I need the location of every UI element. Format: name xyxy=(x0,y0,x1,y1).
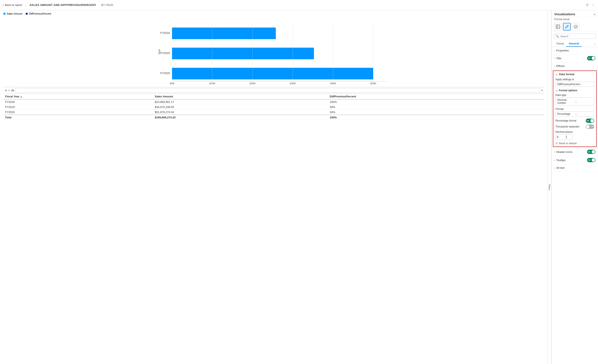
format-options-chevron: ⌄ xyxy=(556,89,557,92)
viz-panel: Visualizations « Format visual 🔍 Visu xyxy=(551,10,598,364)
viz-icon-analytics[interactable] xyxy=(572,23,580,31)
format-label: Format xyxy=(556,108,594,110)
cell-diff-0: 100% xyxy=(328,99,544,105)
legend-label-diff: DiffPreviousPercent xyxy=(29,12,51,15)
data-format-chevron-down: ⌄ xyxy=(556,73,558,76)
col-header-sales-amount[interactable]: Sales Amount xyxy=(153,94,328,99)
section-title[interactable]: › Title On xyxy=(552,54,598,62)
by-year-label: BY YEAR xyxy=(101,3,113,7)
decimal-places-row: Decimal places 0 ▲ ▼ xyxy=(556,131,594,140)
more-options-icon[interactable]: ··· xyxy=(591,2,596,8)
legend-label-sales: Sales Amount xyxy=(7,12,22,15)
section-data-format-expanded: ⌄ Data format Apply settings to DiffPrev… xyxy=(553,71,597,147)
tab-more-icon[interactable]: ··· xyxy=(593,42,596,46)
viz-panel-title: Visualizations xyxy=(554,12,575,16)
section-label-header-icons: Header icons xyxy=(556,150,573,154)
percentage-format-toggle[interactable]: On xyxy=(586,119,594,123)
back-to-report-button[interactable]: ‹ Back to report xyxy=(2,3,22,7)
section-alt-text[interactable]: › Alt text xyxy=(552,164,598,172)
viz-icon-pencil[interactable] xyxy=(563,23,571,31)
cell-total-sales: $109,809,274.20 xyxy=(153,115,328,120)
back-arrow-icon: ‹ xyxy=(2,3,4,7)
format-options-header[interactable]: ⌄ Format options xyxy=(556,89,594,92)
col-header-fiscal-year[interactable]: Fiscal Year ▲ xyxy=(3,94,153,99)
section-label-alt-text: Alt text xyxy=(556,166,565,169)
cell-total-label: Total xyxy=(3,115,153,120)
data-type-chevron: ⌄ xyxy=(575,100,592,103)
section-chevron-effects: › xyxy=(554,65,555,67)
search-input[interactable] xyxy=(560,35,594,38)
filters-sidebar[interactable]: Filters xyxy=(548,10,551,364)
legend-item-diff: DiffPreviousPercent xyxy=(26,12,51,15)
col-header-diff-pct[interactable]: DiffPreviousPercent xyxy=(328,94,544,99)
collapse-panel-button[interactable]: « xyxy=(594,12,596,16)
decimal-places-input-wrap: 0 ▲ ▼ xyxy=(556,134,572,140)
formula-dropdown-icon[interactable]: ▾ xyxy=(541,89,543,92)
section-effects[interactable]: › Effects xyxy=(552,62,598,70)
cell-year-1: FY2019 xyxy=(3,105,153,110)
viz-panel-icon-group: « xyxy=(594,12,596,16)
cell-sales-1: $34,070,108.50 xyxy=(153,105,328,110)
decimal-decrement[interactable]: ▼ xyxy=(565,137,567,139)
decimal-spinners: ▲ ▼ xyxy=(565,135,567,139)
main-layout: Sales Amount DiffPreviousPercent Year FY… xyxy=(0,10,598,364)
formula-fx-icon[interactable]: fx xyxy=(11,89,14,92)
section-label-tooltips: Tooltips xyxy=(556,159,565,162)
tab-group: Visual General ··· xyxy=(552,41,598,47)
format-visual-label: Format visual xyxy=(552,17,598,22)
filter-icon[interactable]: ▽ xyxy=(585,2,589,8)
format-value: Percentage xyxy=(557,112,575,116)
section-properties[interactable]: › Properties xyxy=(552,47,598,54)
thousands-separator-toggle[interactable]: Off xyxy=(586,124,594,129)
data-type-label: Data type xyxy=(556,94,594,97)
apply-settings-dropdown[interactable]: DiffPreviousPercent ⌄ xyxy=(556,82,594,87)
tab-visual[interactable]: Visual xyxy=(554,41,566,47)
chart-legend: Sales Amount DiffPreviousPercent xyxy=(3,12,544,15)
thousands-separator-row: Thousands separator Off xyxy=(556,124,594,129)
reset-to-default-row[interactable]: ↺ Reset to default xyxy=(556,142,594,145)
formula-input[interactable] xyxy=(15,88,540,93)
section-chevron-tooltips: › xyxy=(554,159,555,161)
format-dropdown[interactable]: Percentage ⌄ xyxy=(556,111,594,116)
section-label-title: Title xyxy=(556,57,561,60)
title-toggle[interactable]: On xyxy=(587,56,596,60)
data-table: Fiscal Year ▲ Sales Amount DiffPreviousP… xyxy=(3,94,544,120)
section-chevron-properties: › xyxy=(554,49,555,52)
format-row: Format Percentage ⌄ xyxy=(556,108,594,116)
back-to-report-label: Back to report xyxy=(5,3,22,7)
data-type-dropdown[interactable]: Decimal number ⌄ xyxy=(556,97,594,106)
chart-area: Sales Amount DiffPreviousPercent Year FY… xyxy=(0,10,548,364)
tooltips-toggle[interactable]: On xyxy=(587,158,596,162)
section-header-icons[interactable]: › Header icons On xyxy=(552,148,598,156)
data-format-header[interactable]: ⌄ Data format xyxy=(556,73,594,76)
section-chevron-title: › xyxy=(554,57,555,59)
bar-fy2018 xyxy=(172,27,276,39)
search-box: 🔍 xyxy=(554,34,596,39)
sort-icon-fiscal-year: ▲ xyxy=(20,96,22,98)
reset-label: Reset to default xyxy=(559,142,577,145)
decimal-places-input[interactable]: 0 xyxy=(557,135,565,139)
apply-settings-chevron: ⌄ xyxy=(580,83,592,86)
formula-check-icon[interactable]: ✓ xyxy=(8,89,11,92)
top-bar: ‹ Back to report | SALES AMOUNT AND DIFF… xyxy=(0,0,598,10)
data-format-label: Data format xyxy=(559,73,574,76)
table-row: FY2018 $23,860,891.17 100% xyxy=(3,99,544,105)
search-icon: 🔍 xyxy=(556,35,559,38)
table-row: FY2020 $51,878,274.54 34% xyxy=(3,110,544,115)
filters-label: Filters xyxy=(548,184,551,190)
viz-icon-table[interactable] xyxy=(554,23,562,31)
data-type-value: Decimal number xyxy=(557,99,575,104)
bar-chart-svg: Year FY2018 FY2019 FY2020 $0M $10M $20M xyxy=(3,17,544,85)
formula-close-icon[interactable]: ✕ xyxy=(5,89,7,92)
bar-label-fy2020: FY2020 xyxy=(160,72,170,75)
tab-general[interactable]: General xyxy=(566,41,581,47)
legend-item-sales: Sales Amount xyxy=(3,12,22,15)
table-total-row: Total $109,809,274.20 100% xyxy=(3,115,544,120)
section-tooltips[interactable]: › Tooltips On xyxy=(552,156,598,164)
cell-year-0: FY2018 xyxy=(3,99,153,105)
cell-year-2: FY2020 xyxy=(3,110,153,115)
percentage-format-row: Percentage format On xyxy=(556,119,594,123)
viz-panel-header: Visualizations « xyxy=(552,10,598,17)
section-label-properties: Properties xyxy=(556,49,569,52)
header-icons-toggle[interactable]: On xyxy=(587,150,596,154)
